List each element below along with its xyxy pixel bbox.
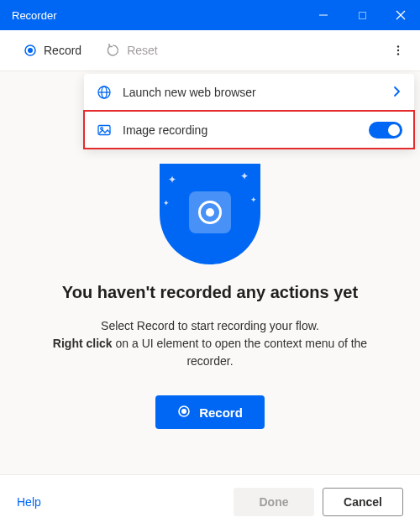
maximize-icon <box>358 11 367 20</box>
toolbar: Record Reset <box>0 30 420 71</box>
done-button: Done <box>234 488 314 516</box>
close-icon <box>396 10 406 20</box>
image-icon <box>96 123 113 138</box>
svg-point-13 <box>101 127 103 129</box>
svg-point-15 <box>181 409 186 414</box>
image-recording-label: Image recording <box>123 123 359 137</box>
more-options-button[interactable] <box>385 44 412 56</box>
options-dropdown: Launch new web browser Image recording <box>84 74 414 148</box>
globe-icon <box>96 85 113 100</box>
chevron-right-icon <box>391 86 402 100</box>
svg-point-5 <box>28 48 33 53</box>
empty-state-illustration: ✦ ✦ ✦ ✦ <box>160 164 260 264</box>
svg-point-6 <box>397 45 399 47</box>
record-label: Record <box>44 44 81 57</box>
desc-line1: Select Record to start recording your fl… <box>101 319 319 332</box>
footer: Help Done Cancel <box>0 474 420 528</box>
record-button-label: Record <box>199 405 243 420</box>
window-title: Recorder <box>12 9 304 22</box>
reset-icon <box>107 44 120 57</box>
minimize-icon <box>318 10 328 20</box>
image-recording-toggle[interactable] <box>369 122 402 139</box>
empty-state-title: You haven't recorded any actions yet <box>62 283 358 302</box>
record-button[interactable]: Record <box>155 395 265 429</box>
more-vertical-icon <box>392 44 404 56</box>
minimize-button[interactable] <box>304 0 343 30</box>
svg-rect-1 <box>359 12 365 18</box>
maximize-button[interactable] <box>343 0 381 30</box>
help-link[interactable]: Help <box>17 495 41 509</box>
titlebar: Recorder <box>0 0 420 30</box>
reset-tool-button[interactable]: Reset <box>100 39 165 62</box>
launch-browser-item[interactable]: Launch new web browser <box>84 74 414 111</box>
image-recording-item[interactable]: Image recording <box>84 111 414 148</box>
record-icon <box>177 405 191 421</box>
record-tool-button[interactable]: Record <box>17 39 88 62</box>
close-button[interactable] <box>381 0 420 30</box>
launch-browser-label: Launch new web browser <box>123 86 381 99</box>
desc-bold: Right click <box>53 337 113 350</box>
svg-point-7 <box>397 49 399 50</box>
content-area: Launch new web browser Image recording ✦… <box>0 71 420 474</box>
record-icon <box>24 44 37 57</box>
cancel-button[interactable]: Cancel <box>323 488 403 516</box>
window-controls <box>304 0 420 30</box>
desc-line2: on a UI element to open the context menu… <box>113 337 368 368</box>
empty-state-description: Select Record to start recording your fl… <box>0 317 420 370</box>
svg-point-8 <box>397 53 399 55</box>
reset-label: Reset <box>127 44 158 57</box>
